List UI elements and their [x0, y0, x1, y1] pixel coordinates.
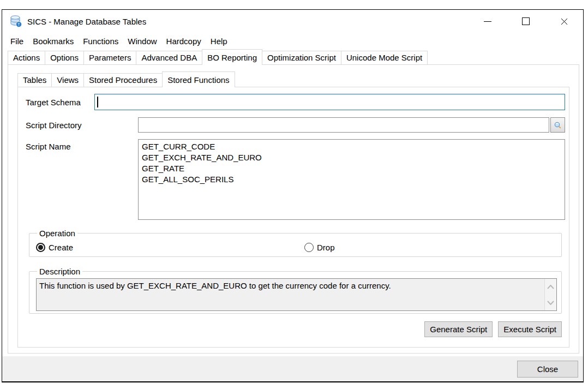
operation-legend: Operation [37, 229, 77, 238]
tab-advanced-dba[interactable]: Advanced DBA [136, 51, 202, 64]
list-item[interactable]: GET_RATE [142, 163, 561, 174]
app-window: T SICS - Manage Database Tables File Boo… [2, 9, 584, 382]
target-schema-label: Target Schema [26, 98, 94, 107]
script-name-row: Script Name GET_CURR_CODE GET_EXCH_RATE_… [26, 139, 565, 220]
subtab-views[interactable]: Views [51, 73, 84, 87]
list-item[interactable]: GET_ALL_SOC_PERILS [142, 174, 561, 185]
radio-create-label: Create [49, 243, 73, 252]
generate-script-button[interactable]: Generate Script [424, 321, 493, 337]
description-text: This function is used by GET_EXCH_RATE_A… [37, 279, 556, 291]
close-window-button[interactable] [545, 10, 583, 33]
menu-bar: File Bookmarks Functions Window Hardcopy… [2, 33, 583, 49]
menu-bookmarks[interactable]: Bookmarks [33, 37, 74, 46]
close-button[interactable]: Close [517, 361, 578, 378]
stored-functions-panel: Target Schema Script Directory [17, 87, 569, 348]
tab-parameters[interactable]: Parameters [83, 51, 137, 64]
text-caret [97, 97, 98, 107]
radio-unselected-icon [304, 243, 314, 252]
operation-options: Create Drop [36, 239, 557, 255]
list-item[interactable]: GET_EXCH_RATE_AND_EURO [142, 152, 561, 163]
radio-drop[interactable]: Drop [304, 243, 335, 252]
menu-window[interactable]: Window [128, 37, 157, 46]
main-tab-strip: Actions Options Parameters Advanced DBA … [8, 49, 583, 64]
menu-file[interactable]: File [10, 37, 23, 46]
script-directory-row: Script Directory [26, 117, 565, 133]
radio-create[interactable]: Create [36, 243, 73, 252]
execute-script-button[interactable]: Execute Script [498, 321, 562, 337]
minimize-icon [484, 21, 491, 22]
window-controls [469, 10, 583, 33]
subtab-stored-procedures[interactable]: Stored Procedures [83, 73, 163, 87]
database-icon: T [9, 14, 23, 28]
menu-help[interactable]: Help [211, 37, 227, 46]
radio-selected-icon [36, 243, 45, 252]
title-bar: T SICS - Manage Database Tables [2, 10, 583, 33]
description-scrollbar[interactable] [544, 279, 556, 310]
svg-text:T: T [17, 22, 20, 26]
script-directory-label: Script Directory [26, 121, 138, 130]
operation-group: Operation Create Drop [29, 229, 562, 257]
bo-reporting-panel: Tables Views Stored Procedures Stored Fu… [8, 64, 579, 354]
radio-drop-label: Drop [317, 243, 335, 252]
search-icon [554, 120, 561, 130]
description-legend: Description [37, 267, 82, 276]
sub-tab-strip: Tables Views Stored Procedures Stored Fu… [17, 71, 579, 87]
description-group: Description This function is used by GET… [29, 267, 562, 314]
script-directory-input[interactable] [138, 117, 549, 133]
menu-hardcopy[interactable]: Hardcopy [166, 37, 201, 46]
subtab-tables[interactable]: Tables [17, 73, 52, 87]
tab-options[interactable]: Options [45, 51, 84, 64]
tab-bo-reporting[interactable]: BO Reporting [202, 49, 262, 65]
maximize-icon [522, 17, 530, 25]
window-title: SICS - Manage Database Tables [27, 17, 146, 26]
description-textarea[interactable]: This function is used by GET_EXCH_RATE_A… [36, 278, 557, 311]
tab-optimization-script[interactable]: Optimization Script [262, 51, 341, 64]
close-icon [561, 18, 568, 25]
scroll-up-icon[interactable] [547, 285, 554, 289]
minimize-button[interactable] [469, 10, 507, 33]
subtab-stored-functions[interactable]: Stored Functions [162, 71, 235, 87]
browse-directory-button[interactable] [550, 117, 565, 133]
footer-bar: Close [2, 356, 583, 381]
script-name-list[interactable]: GET_CURR_CODE GET_EXCH_RATE_AND_EURO GET… [138, 139, 565, 220]
tab-actions[interactable]: Actions [8, 51, 45, 64]
list-item[interactable]: GET_CURR_CODE [142, 141, 561, 152]
script-name-label: Script Name [26, 139, 138, 151]
target-schema-row: Target Schema [26, 94, 565, 110]
target-schema-input[interactable] [94, 94, 565, 110]
scroll-down-icon[interactable] [547, 301, 554, 305]
tab-unicode-mode-script[interactable]: Unicode Mode Script [341, 51, 428, 64]
script-actions: Generate Script Execute Script [26, 321, 562, 337]
maximize-button[interactable] [507, 10, 545, 33]
menu-functions[interactable]: Functions [83, 37, 118, 46]
